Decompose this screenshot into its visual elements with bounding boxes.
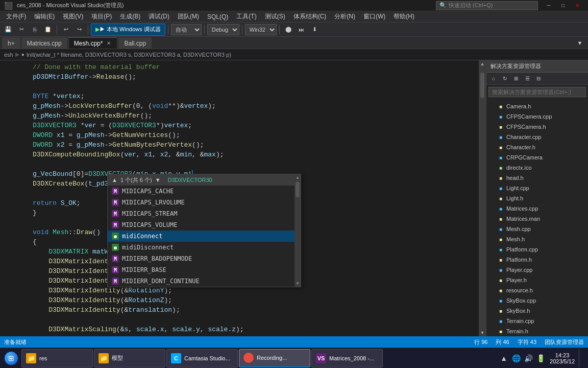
tree-item[interactable]: ■ Mesh.cpp [486,224,588,234]
ac-item-label: MIDIERR_DONT_CONTINUE [122,278,200,285]
menu-sql[interactable]: SQL(Q) [203,11,232,22]
tree-item[interactable]: ■ Matrices.man [486,214,588,224]
show-desktop-btn[interactable] [579,349,584,367]
autocomplete-item[interactable]: M MIDIERR_BASE [108,264,301,275]
solution-search-input[interactable] [488,87,586,97]
tree-item[interactable]: ■ CFPSCamera.h [486,122,588,132]
menu-view[interactable]: 视图(V) [59,11,87,22]
tree-item[interactable]: ■ Light.h [486,193,588,203]
minimize-button[interactable]: ─ [542,1,555,10]
tab-dropdown-button[interactable]: ▼ [574,37,586,49]
tree-item[interactable]: ■ Terrain.cpp [486,316,588,326]
taskbar-res[interactable]: 📁 res [21,349,93,367]
tree-item[interactable]: ■ Camera.h [486,101,588,111]
config-dropdown[interactable]: Debug [207,24,239,35]
taskbar-recording[interactable]: Recording... [239,349,310,367]
tray-volume[interactable]: 🔊 [523,349,533,367]
tree-item[interactable]: ■ head.h [486,173,588,183]
save-all-button[interactable]: 💾 [2,24,14,36]
menu-analyze[interactable]: 分析(N) [330,11,359,22]
platform-dropdown[interactable]: Win32 [245,24,277,35]
scroll-up-btn[interactable]: ▲ [479,60,486,67]
menu-file[interactable]: 文件(F) [2,11,30,22]
quick-launch-box[interactable]: 🔍 快速启动 (Ctrl+Q) [436,1,538,10]
sol-sync-btn[interactable]: ↻ [500,74,510,84]
autocomplete-item[interactable]: M MIDICAPS_LRVOLUME [108,197,301,208]
step-into-button[interactable]: ⬇ [309,24,321,36]
tree-item[interactable]: ■ Matrices.cpp [486,203,588,214]
ac-scroll-down[interactable]: ▼ [296,281,300,286]
run-button[interactable]: ▶ ▶ 本地 Windows 调试器 [91,24,165,36]
tab-h[interactable]: h+ [2,37,20,49]
sol-expand-btn[interactable]: ⊟ [533,74,544,84]
sol-home-btn[interactable]: ⌂ [488,74,499,84]
tray-arrow[interactable]: ▲ [499,349,509,367]
tree-item[interactable]: ■ resource.h [486,285,588,295]
autocomplete-scrollbar[interactable]: ▲▼ [295,174,301,287]
autocomplete-item[interactable]: ● midiConnect [108,231,301,242]
menu-tools[interactable]: 工具(T) [232,11,260,22]
menu-arch[interactable]: 体系结构(C) [289,11,331,22]
autocomplete-item[interactable]: ● midiDisconnect [108,242,301,253]
cut-button[interactable]: ✂ [15,24,28,36]
menu-build[interactable]: 生成(B) [116,11,144,22]
ac-scroll-up[interactable]: ▲ [296,175,300,180]
menu-window[interactable]: 窗口(W) [359,11,389,22]
taskbar-camtasia[interactable]: C Camtasia Studio... [166,349,238,367]
tree-item[interactable]: ■ Character.h [486,142,588,152]
menu-test[interactable]: 测试(S) [261,11,289,22]
scroll-down-btn[interactable]: ▼ [479,329,486,336]
tree-item[interactable]: ■ Player.h [486,275,588,285]
redo-button[interactable]: ↪ [73,24,85,36]
menu-help[interactable]: 帮助(H) [389,11,419,22]
system-clock[interactable]: 14:23 2023/5/12 [548,352,577,364]
autocomplete-item[interactable]: M MIDICAPS_CACHE [108,186,301,197]
copy-button[interactable]: ⎘ [29,24,41,36]
tree-item[interactable]: ■ Light.cpp [486,183,588,193]
sol-collapse-btn[interactable]: ⊞ [511,74,521,84]
maximize-button[interactable]: □ [556,1,570,10]
taskbar-vs[interactable]: VS Matrices_2008 -... [311,349,383,367]
code-area[interactable]: // Done with the material bufferpD3DMtrl… [0,60,479,336]
tray-network[interactable]: 🌐 [511,349,521,367]
taskbar-model[interactable]: 📁 模型 [94,349,165,367]
mode-dropdown[interactable]: 自动 [171,24,202,35]
paste-button[interactable]: 📋 [42,24,54,36]
menu-project[interactable]: 项目(P) [87,11,116,22]
menu-edit[interactable]: 编辑(E) [30,11,59,22]
undo-button[interactable]: ↩ [60,24,72,36]
tree-item[interactable]: ■ CRPGCamera [486,152,588,163]
start-button[interactable]: ⊞ [2,349,20,367]
ac-arrow-down[interactable]: ▼ [155,177,161,183]
ac-scroll-thumb[interactable] [296,182,300,197]
breakpoint-button[interactable]: ⬤ [282,24,295,36]
tree-item[interactable]: ■ Terrain.h [486,326,588,336]
tree-item[interactable]: ■ Mesh.h [486,234,588,244]
sol-filter-btn[interactable]: ☰ [522,74,532,84]
scroll-thumb[interactable] [480,73,484,98]
tree-item[interactable]: ■ Character.cpp [486,132,588,142]
autocomplete-item[interactable]: M MIDIERR_DONT_CONTINUE [108,275,301,287]
autocomplete-dropdown[interactable]: ▲ 1 个(共 6 个) ▼ D3DXVECTOR30 M MIDICAPS_C… [107,174,301,287]
step-over-button[interactable]: ⏭ [296,24,308,36]
autocomplete-item[interactable]: M MIDIERR_BADOPENMODE [108,253,301,264]
tab-mesh-close[interactable]: ✕ [106,40,112,47]
tray-battery[interactable]: 🔋 [535,349,546,367]
close-button[interactable]: ✕ [571,1,584,10]
menu-team[interactable]: 团队(M) [174,11,203,22]
tab-ball[interactable]: Ball.cpp [118,37,152,49]
tab-matrices[interactable]: Matrices.cpp [21,37,67,49]
tree-item[interactable]: ■ directx.ico [486,163,588,173]
tree-item[interactable]: ■ SkyBox.cpp [486,295,588,306]
tree-item[interactable]: ■ Platform.cpp [486,244,588,255]
autocomplete-item[interactable]: M MIDICAPS_STREAM [108,208,301,219]
tree-item[interactable]: ■ Platform.h [486,255,588,265]
tree-item[interactable]: ■ SkyBox.h [486,306,588,316]
tab-mesh[interactable]: Mesh.cpp* ✕ [68,37,118,49]
ac-arrow-up[interactable]: ▲ [112,177,117,183]
autocomplete-item[interactable]: M MIDICAPS_VOLUME [108,219,301,231]
menu-debug[interactable]: 调试(D) [144,11,174,22]
tree-item[interactable]: ■ Player.cpp [486,265,588,275]
tree-item[interactable]: ■ CFPSCamera.cpp [486,111,588,122]
code-scrollbar[interactable]: ▲ ▼ [479,60,486,336]
